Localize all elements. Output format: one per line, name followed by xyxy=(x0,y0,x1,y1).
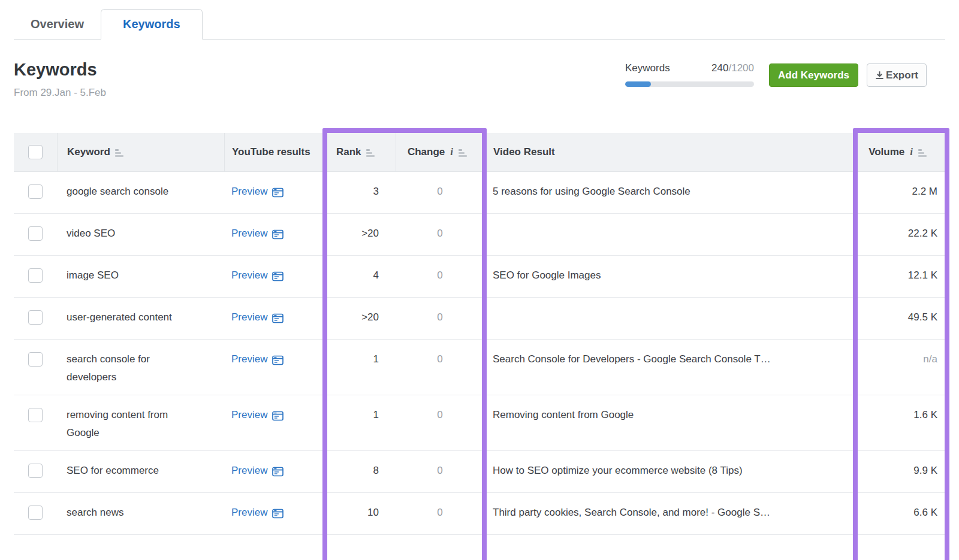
keywords-table: KeywordYouTube resultsRankChangeiVideo R… xyxy=(14,133,946,535)
column-header-keyword: Keyword xyxy=(57,133,224,171)
change-cell: 0 xyxy=(396,340,484,395)
preview-window-icon xyxy=(272,229,284,239)
volume-cell: n/a xyxy=(856,340,946,395)
keyword-cell: SEO for ecommerce xyxy=(57,451,224,492)
video-result-cell: 5 reasons for using Google Search Consol… xyxy=(484,172,856,213)
sort-icon[interactable] xyxy=(366,148,375,157)
preview-window-icon xyxy=(272,313,284,323)
change-cell: 0 xyxy=(396,451,484,492)
youtube-results-cell: Preview xyxy=(224,493,323,534)
sort-icon[interactable] xyxy=(918,148,927,157)
table-row: user-generated contentPreview>20049.5 K xyxy=(14,298,946,340)
table-row: video SEOPreview>20022.2 K xyxy=(14,214,946,256)
table-row: removing content from GooglePreview10Rem… xyxy=(14,395,946,451)
video-result-cell: SEO for Google Images xyxy=(484,256,856,297)
column-header-change: Changei xyxy=(396,133,484,171)
preview-link[interactable]: Preview xyxy=(231,350,284,368)
keyword-cell: image SEO xyxy=(57,256,224,297)
row-checkbox[interactable] xyxy=(28,408,43,422)
checkbox-cell xyxy=(14,340,57,395)
row-checkbox[interactable] xyxy=(28,226,43,241)
info-icon[interactable]: i xyxy=(450,146,454,158)
preview-link[interactable]: Preview xyxy=(231,406,284,424)
youtube-results-cell: Preview xyxy=(224,214,323,255)
youtube-results-cell: Preview xyxy=(224,451,323,492)
rank-cell: 8 xyxy=(323,451,396,492)
change-cell: 0 xyxy=(396,214,484,255)
preview-window-icon xyxy=(272,187,284,197)
change-cell: 0 xyxy=(396,493,484,534)
select-all-checkbox[interactable] xyxy=(28,145,43,159)
change-cell: 0 xyxy=(396,172,484,213)
youtube-results-cell: Preview xyxy=(224,256,323,297)
preview-link[interactable]: Preview xyxy=(231,267,284,284)
row-checkbox[interactable] xyxy=(28,268,43,283)
preview-link[interactable]: Preview xyxy=(231,308,284,326)
table-header-row: KeywordYouTube resultsRankChangeiVideo R… xyxy=(14,133,946,172)
keyword-cell: removing content from Google xyxy=(57,395,224,450)
video-result-cell: Search Console for Developers - Google S… xyxy=(484,340,856,395)
rank-cell: >20 xyxy=(323,298,396,339)
column-header-label: Keyword xyxy=(67,146,110,158)
rank-cell: 1 xyxy=(323,340,396,395)
checkbox-cell xyxy=(14,298,57,339)
table-row: search console for developersPreview10Se… xyxy=(14,340,946,395)
volume-cell: 22.2 K xyxy=(856,214,946,255)
column-header-label: Rank xyxy=(336,146,361,158)
page-title: Keywords xyxy=(14,60,97,80)
row-checkbox[interactable] xyxy=(28,184,43,199)
table-row: image SEOPreview40SEO for Google Images1… xyxy=(14,256,946,298)
add-keywords-button[interactable]: Add Keywords xyxy=(769,63,858,87)
table-row: search newsPreview100Third party cookies… xyxy=(14,493,946,535)
preview-window-icon xyxy=(272,466,284,476)
checkbox-cell xyxy=(14,451,57,492)
preview-link[interactable]: Preview xyxy=(231,225,284,243)
page-header: Keywords From 29.Jan - 5.Feb Keywords 24… xyxy=(0,40,959,133)
info-icon[interactable]: i xyxy=(909,146,913,158)
change-cell: 0 xyxy=(396,298,484,339)
preview-link[interactable]: Preview xyxy=(231,504,284,522)
row-checkbox[interactable] xyxy=(28,310,43,325)
checkbox-cell xyxy=(14,395,57,450)
column-header-label: YouTube results xyxy=(232,146,310,158)
checkbox-cell xyxy=(14,214,57,255)
column-header-youtube: YouTube results xyxy=(224,133,323,171)
volume-cell: 1.6 K xyxy=(856,395,946,450)
youtube-results-cell: Preview xyxy=(224,172,323,213)
preview-link[interactable]: Preview xyxy=(231,462,284,480)
export-button[interactable]: Export xyxy=(867,63,927,87)
checkbox-cell xyxy=(14,172,57,213)
tab-overview[interactable]: Overview xyxy=(14,10,101,39)
preview-link[interactable]: Preview xyxy=(231,183,284,201)
preview-window-icon xyxy=(272,271,284,281)
tab-bar: Overview Keywords xyxy=(14,0,945,40)
sort-icon[interactable] xyxy=(115,148,123,157)
table-body: google search consolePreview305 reasons … xyxy=(14,172,946,535)
change-cell: 0 xyxy=(396,395,484,450)
column-header-check xyxy=(14,133,57,171)
row-checkbox[interactable] xyxy=(28,464,43,478)
change-cell: 0 xyxy=(396,256,484,297)
keyword-cell: search console for developers xyxy=(57,340,224,395)
date-range: From 29.Jan - 5.Feb xyxy=(14,87,106,99)
rank-cell: 1 xyxy=(323,395,396,450)
rank-cell: >20 xyxy=(323,214,396,255)
preview-window-icon xyxy=(272,410,284,420)
keyword-cell: user-generated content xyxy=(57,298,224,339)
video-result-cell: Third party cookies, Search Console, and… xyxy=(484,493,856,534)
row-checkbox[interactable] xyxy=(28,352,43,367)
table-row: SEO for ecommercePreview80How to SEO opt… xyxy=(14,451,946,493)
video-result-cell: How to SEO optimize your ecommerce websi… xyxy=(484,451,856,492)
video-result-cell xyxy=(484,214,856,255)
youtube-results-cell: Preview xyxy=(224,298,323,339)
keyword-tracking-page: Overview Keywords Keywords From 29.Jan -… xyxy=(0,0,959,560)
sort-icon[interactable] xyxy=(459,148,467,157)
keyword-cell: search news xyxy=(57,493,224,534)
tab-keywords[interactable]: Keywords xyxy=(101,9,203,40)
keyword-cell: google search console xyxy=(57,172,224,213)
keywords-counter-value: 240/1200 xyxy=(711,62,754,74)
volume-cell: 12.1 K xyxy=(856,256,946,297)
row-checkbox[interactable] xyxy=(28,505,43,520)
rank-cell: 3 xyxy=(323,172,396,213)
column-header-label: Video Result xyxy=(493,146,555,158)
